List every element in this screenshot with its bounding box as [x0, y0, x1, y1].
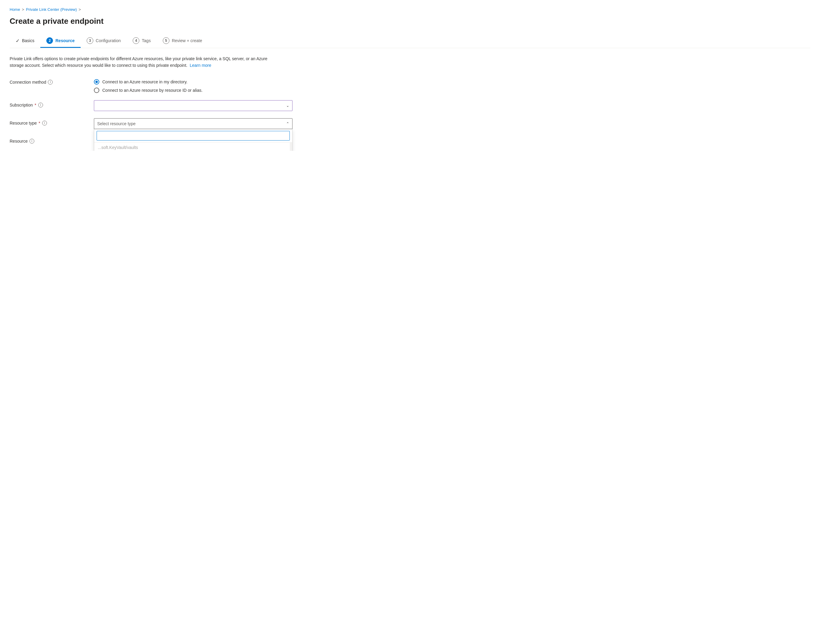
breadcrumb-sep2: > — [78, 7, 81, 12]
tab-resource-step: 2 — [46, 37, 53, 44]
resource-type-chevron-icon: ⌃ — [286, 121, 289, 126]
tab-resource-label: Resource — [55, 38, 75, 43]
subscription-dropdown[interactable]: ⌄ — [94, 100, 293, 111]
breadcrumb-home[interactable]: Home — [10, 7, 20, 12]
subscription-info-icon[interactable]: i — [38, 103, 43, 107]
tab-review-label: Review + create — [172, 38, 202, 43]
learn-more-link[interactable]: Learn more — [190, 63, 211, 68]
description-text: Private Link offers options to create pr… — [10, 55, 268, 69]
subscription-required: * — [35, 103, 36, 107]
tab-resource[interactable]: 2 Resource — [40, 34, 81, 48]
radio-option-resourceid[interactable]: Connect to an Azure resource by resource… — [94, 87, 293, 93]
radio-directory-circle — [94, 79, 99, 84]
tab-tags-step: 4 — [133, 37, 139, 44]
search-input-container — [94, 129, 292, 143]
resource-type-placeholder: Select resource type — [97, 121, 136, 126]
subscription-row: Subscription * i ⌄ — [10, 100, 810, 111]
tab-basics-check: ✓ — [16, 38, 20, 44]
resource-type-control: Select resource type ⌃ ...soft.KeyVault/… — [94, 118, 293, 129]
radio-directory-text: Connect to an Azure resource in my direc… — [102, 80, 187, 84]
resource-type-row: Resource type * i Select resource type ⌃… — [10, 118, 810, 129]
breadcrumb: Home > Private Link Center (Preview) > — [10, 7, 810, 12]
tab-basics[interactable]: ✓ Basics — [10, 35, 40, 48]
tab-configuration[interactable]: 3 Configuration — [81, 34, 127, 48]
connection-method-controls: Connect to an Azure resource in my direc… — [94, 77, 293, 93]
radio-resourceid-circle — [94, 87, 99, 93]
resource-type-container: Select resource type ⌃ ...soft.KeyVault/… — [94, 118, 293, 129]
wizard-tabs: ✓ Basics 2 Resource 3 Configuration 4 Ta… — [10, 34, 810, 48]
radio-resourceid-text: Connect to an Azure resource by resource… — [102, 88, 202, 93]
form-section: Connection method i Connect to an Azure … — [10, 77, 810, 144]
connection-method-info-icon[interactable]: i — [48, 80, 53, 84]
connection-method-label: Connection method i — [10, 77, 94, 84]
resource-type-dropdown-list: ...soft.KeyVault/vaultsMicrosoft.Machine… — [94, 129, 293, 151]
tab-review-step: 5 — [163, 37, 169, 44]
scrollbar-track — [290, 143, 292, 151]
breadcrumb-private-link[interactable]: Private Link Center (Preview) — [26, 7, 77, 12]
tab-basics-label: Basics — [22, 38, 34, 43]
dropdown-items-list: ...soft.KeyVault/vaultsMicrosoft.Machine… — [94, 143, 292, 151]
resource-type-dropdown[interactable]: Select resource type ⌃ — [94, 118, 293, 129]
subscription-control: ⌄ — [94, 100, 293, 111]
tab-configuration-label: Configuration — [96, 38, 121, 43]
tab-configuration-step: 3 — [87, 37, 93, 44]
tab-tags-label: Tags — [142, 38, 151, 43]
connection-method-row: Connection method i Connect to an Azure … — [10, 77, 810, 93]
breadcrumb-sep1: > — [22, 7, 25, 12]
resource-info-icon[interactable]: i — [29, 139, 34, 144]
resource-type-label: Resource type * i — [10, 118, 94, 126]
resource-label: Resource i — [10, 136, 94, 144]
radio-option-directory[interactable]: Connect to an Azure resource in my direc… — [94, 79, 293, 84]
dropdown-item-keyvault[interactable]: ...soft.KeyVault/vaults — [94, 143, 292, 151]
subscription-chevron-icon: ⌄ — [286, 104, 289, 108]
tab-review[interactable]: 5 Review + create — [157, 34, 208, 48]
page-title: Create a private endpoint — [10, 17, 810, 26]
subscription-label: Subscription * i — [10, 100, 94, 107]
radio-group-connection: Connect to an Azure resource in my direc… — [94, 77, 293, 93]
tab-tags[interactable]: 4 Tags — [127, 34, 157, 48]
resource-type-search-input[interactable] — [97, 131, 290, 141]
resource-type-required: * — [38, 121, 40, 126]
resource-type-info-icon[interactable]: i — [42, 121, 47, 126]
